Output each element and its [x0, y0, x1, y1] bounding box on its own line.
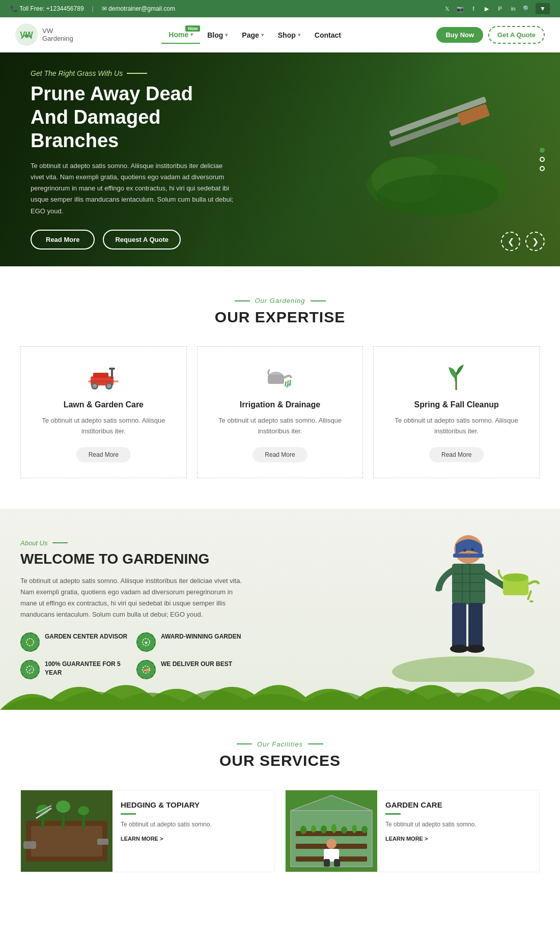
- service-hedging-svg: [21, 790, 113, 872]
- nav-page-label: Page: [242, 31, 259, 39]
- expertise-read-more-2[interactable]: Read More: [429, 447, 484, 462]
- logo-svg: VW: [15, 23, 38, 46]
- svg-point-77: [352, 825, 357, 833]
- svg-point-72: [300, 826, 306, 834]
- service-line-0: [121, 813, 136, 815]
- svg-rect-13: [109, 368, 115, 370]
- nav-shop-label: Shop: [278, 31, 296, 39]
- facebook-icon[interactable]: f: [469, 4, 478, 13]
- svg-point-73: [311, 825, 316, 833]
- next-arrow[interactable]: ❯: [525, 232, 545, 251]
- nav-page[interactable]: Page ▾: [235, 27, 270, 43]
- hero-subtitle: Get The Right Grass With Us: [31, 69, 234, 77]
- feature-text-0: GARDEN CENTER ADVISOR: [45, 632, 127, 641]
- service-image-placeholder-0: [21, 790, 113, 872]
- prev-arrow[interactable]: ❮: [501, 232, 520, 251]
- nav-home-label: Home: [169, 31, 188, 39]
- svg-point-76: [341, 826, 347, 834]
- watering-can-icon: [262, 362, 298, 393]
- services-section: Our Facilities OUR SERVICES: [0, 710, 560, 903]
- read-more-button[interactable]: Read More: [31, 230, 95, 250]
- indicator-3[interactable]: [540, 166, 545, 171]
- expertise-card-irrigation: Irrigation & Drainage Te obtinuit ut ade…: [197, 346, 363, 478]
- linkedin-icon[interactable]: in: [509, 4, 518, 13]
- svg-point-78: [361, 826, 368, 833]
- expertise-section-label: Our Gardening: [20, 297, 540, 305]
- svg-point-2: [25, 35, 28, 38]
- svg-rect-82: [334, 859, 340, 867]
- service-link-1[interactable]: LEARN MORE >: [385, 836, 531, 842]
- nav-home[interactable]: Now Home ▾: [161, 26, 200, 44]
- hero-indicators: [540, 148, 545, 171]
- expertise-desc-1: Te obtinuit ut adepto satis somno. Aliis…: [208, 416, 353, 437]
- garden-center-icon: 🌿: [20, 632, 40, 652]
- svg-rect-81: [324, 859, 330, 867]
- top-bar-right: 𝕏 📷 f ▶ P in 🔍 ▼: [442, 3, 550, 14]
- service-image-placeholder-1: [286, 790, 377, 872]
- svg-point-24: [288, 383, 290, 386]
- watering-can-svg: [265, 364, 295, 392]
- get-quote-button[interactable]: Get A Quote: [488, 26, 545, 44]
- hero-description: Te obtinuit ut adepto satis somno. Aliis…: [31, 160, 234, 216]
- svg-rect-47: [468, 603, 483, 649]
- svg-point-35: [392, 656, 535, 682]
- expertise-desc-0: Te obtinuit ut adepto satis somno. Aliis…: [31, 416, 176, 437]
- nav-blog[interactable]: Blog ▾: [200, 27, 235, 43]
- nav-contact-label: Contact: [315, 31, 341, 39]
- about-features: 🌿 GARDEN CENTER ADVISOR ★ AWARD-WINNING …: [20, 632, 244, 679]
- about-person-area: [387, 519, 540, 684]
- svg-rect-40: [452, 564, 485, 604]
- hero-scissors-image: [356, 73, 519, 226]
- svg-line-22: [288, 380, 288, 386]
- indicator-2[interactable]: [540, 157, 545, 162]
- svg-point-48: [450, 645, 468, 653]
- request-quote-button[interactable]: Request A Quote: [103, 230, 181, 250]
- expertise-title-0: Lawn & Garden Care: [64, 400, 144, 409]
- service-desc-0: Te obtinuit ut adepto satis somno.: [121, 820, 266, 829]
- hero-arrows: ❮ ❯: [501, 232, 545, 251]
- nav-links: Now Home ▾ Blog ▾ Page ▾ Shop ▾ Contact: [161, 26, 348, 44]
- buy-now-button[interactable]: Buy Now: [436, 27, 483, 43]
- svg-point-79: [326, 839, 337, 849]
- service-link-0[interactable]: LEARN MORE >: [121, 836, 266, 842]
- service-card-0: HEDGING & TOPIARY Te obtinuit ut adepto …: [20, 790, 275, 872]
- svg-text:🚚: 🚚: [144, 667, 150, 673]
- navbar: VW VW Gardening Now Home ▾ Blog ▾ Page ▾…: [0, 17, 560, 52]
- feature-garden-center: 🌿 GARDEN CENTER ADVISOR: [20, 632, 128, 652]
- svg-point-17: [107, 384, 111, 388]
- nav-page-arrow: ▾: [261, 32, 264, 38]
- svg-text:★: ★: [144, 640, 148, 645]
- svg-rect-12: [111, 369, 113, 379]
- about-description: Te obtinuit ut adepto satis somno. Aliis…: [20, 575, 244, 620]
- svg-rect-64: [97, 839, 108, 845]
- lawnmower-svg: [86, 364, 121, 392]
- svg-rect-69: [296, 831, 367, 836]
- expertise-section-title: OUR EXPERTISE: [20, 309, 540, 326]
- twitter-icon[interactable]: 𝕏: [442, 4, 452, 13]
- youtube-icon[interactable]: ▶: [482, 4, 491, 13]
- nav-shop-arrow: ▾: [298, 32, 300, 38]
- phone-icon: 📞: [10, 5, 18, 12]
- nav-contact[interactable]: Contact: [307, 27, 348, 43]
- phone-text: Toll Free: +1234456789: [19, 5, 83, 12]
- search-icon[interactable]: 🔍: [523, 5, 530, 12]
- svg-rect-46: [452, 603, 466, 649]
- service-content-1: GARDEN CARE Te obtinuit ut adepto satis …: [377, 790, 539, 872]
- indicator-1[interactable]: [540, 148, 545, 153]
- svg-rect-20: [268, 375, 284, 384]
- logo-text: VW Gardening: [42, 27, 73, 42]
- svg-rect-63: [23, 841, 36, 849]
- nav-shop[interactable]: Shop ▾: [271, 27, 307, 43]
- nav-blog-label: Blog: [207, 31, 223, 39]
- expertise-read-more-0[interactable]: Read More: [76, 447, 131, 462]
- svg-rect-56: [31, 826, 102, 856]
- logo[interactable]: VW VW Gardening: [15, 23, 73, 46]
- instagram-icon[interactable]: 📷: [456, 4, 465, 13]
- svg-rect-11: [93, 373, 108, 378]
- pinterest-icon[interactable]: P: [495, 4, 505, 13]
- expertise-read-more-1[interactable]: Read More: [253, 447, 307, 462]
- dropdown-button[interactable]: ▼: [536, 3, 550, 14]
- service-image-0: [21, 790, 113, 872]
- about-label: About Us: [20, 539, 244, 547]
- expertise-card-cleanup: Spring & Fall Cleanup Te obtinuit ut ade…: [373, 346, 540, 478]
